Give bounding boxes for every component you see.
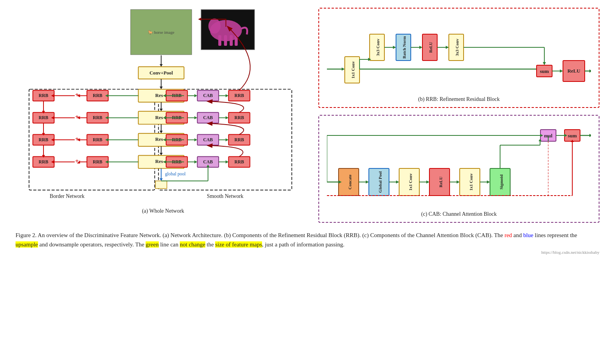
svg-text:CAB: CAB — [203, 115, 213, 120]
svg-text:Concate: Concate — [347, 175, 352, 190]
svg-marker-188 — [366, 180, 369, 184]
whole-network-caption: (a) Whole Network — [142, 208, 184, 214]
svg-rect-37 — [155, 181, 167, 189]
cab-svg: mul sum Concate — [327, 122, 591, 207]
svg-marker-168 — [543, 62, 546, 65]
svg-marker-55 — [226, 116, 229, 120]
svg-marker-71 — [194, 160, 197, 163]
rrb-diagram: 1x1 Conv 3x3 Conv Batch Norm — [318, 8, 599, 108]
svg-text:RRB: RRB — [39, 115, 49, 120]
rrb-caption: (b) RRB: Refinement Residual Block — [327, 96, 591, 102]
svg-marker-65 — [226, 138, 229, 141]
svg-text:RRB: RRB — [39, 93, 49, 98]
svg-marker-45 — [226, 94, 229, 97]
svg-text:CAB: CAB — [203, 137, 213, 142]
svg-text:Smooth Network: Smooth Network — [207, 193, 243, 199]
svg-marker-31 — [160, 153, 163, 156]
svg-text:+: + — [75, 135, 79, 143]
right-panel: 1x1 Conv 3x3 Conv Batch Norm — [318, 8, 599, 223]
svg-marker-145 — [342, 68, 345, 71]
svg-text:RRB: RRB — [93, 159, 102, 165]
svg-text:sum: sum — [568, 133, 577, 139]
svg-marker-27 — [160, 131, 163, 133]
svg-text:RRB: RRB — [235, 159, 244, 165]
svg-text:1x1 Conv: 1x1 Conv — [408, 173, 413, 191]
figure-desc: Figure 2. An overview of the Discriminat… — [16, 231, 599, 249]
svg-marker-61 — [194, 138, 197, 141]
svg-text:Sigmoid: Sigmoid — [499, 175, 504, 190]
svg-text:ReLU: ReLU — [428, 42, 433, 53]
svg-marker-163 — [446, 46, 449, 49]
whole-network-svg: 🐎 horse image Conv+Pool — [16, 8, 311, 206]
svg-marker-159 — [419, 46, 422, 49]
highlight-upsample: upsample — [16, 241, 38, 248]
svg-text:RRB: RRB — [235, 137, 244, 142]
svg-marker-11 — [160, 64, 163, 67]
svg-marker-204 — [487, 180, 490, 184]
svg-text:3x3 Conv: 3x3 Conv — [455, 38, 459, 56]
svg-rect-7 — [224, 35, 227, 46]
svg-text:RRB: RRB — [235, 115, 244, 120]
svg-text:Border Network: Border Network — [50, 193, 85, 199]
svg-marker-35 — [160, 178, 163, 181]
cab-caption: (c) CAB: Channel Attention Block — [327, 211, 591, 217]
svg-marker-176 — [589, 69, 591, 73]
svg-marker-89 — [198, 18, 201, 21]
svg-text:1x1 Conv: 1x1 Conv — [351, 61, 355, 78]
svg-text:Global Pool: Global Pool — [378, 171, 382, 192]
svg-marker-184 — [589, 134, 591, 137]
highlight-featuremaps: size of feature maps — [215, 241, 262, 248]
svg-text:Conv+Pool: Conv+Pool — [149, 70, 173, 76]
svg-text:+: + — [75, 157, 79, 165]
svg-marker-172 — [560, 69, 563, 73]
svg-marker-75 — [226, 160, 229, 163]
svg-text:sum: sum — [540, 68, 549, 74]
svg-text:CAB: CAB — [203, 159, 213, 165]
svg-marker-23 — [160, 109, 163, 111]
svg-rect-6 — [218, 35, 221, 46]
figure-desc-text: Figure 2. An overview of the Discriminat… — [16, 232, 577, 248]
svg-text:global pool: global pool — [165, 172, 186, 177]
svg-text:RRB: RRB — [93, 93, 102, 98]
svg-text:ReLU: ReLU — [438, 177, 443, 187]
svg-text:RRB: RRB — [235, 93, 244, 98]
text-red: red — [504, 232, 512, 238]
svg-text:1x1 Conv: 1x1 Conv — [469, 173, 473, 191]
cab-diagram: mul sum Concate — [318, 115, 599, 223]
svg-marker-200 — [457, 180, 460, 184]
svg-text:RRB: RRB — [39, 137, 49, 142]
url-watermark: https://blog.csdn.net/nickkissbaby — [16, 250, 599, 255]
svg-marker-196 — [426, 180, 429, 184]
svg-point-5 — [208, 18, 221, 33]
highlight-green: green — [146, 241, 158, 248]
svg-marker-51 — [194, 116, 197, 120]
svg-text:RRB: RRB — [39, 159, 49, 165]
svg-text:+: + — [75, 91, 79, 99]
svg-marker-15 — [160, 87, 163, 89]
svg-text:Batch Norm: Batch Norm — [402, 36, 407, 59]
svg-text:RRB: RRB — [93, 115, 102, 120]
svg-text:+: + — [75, 113, 79, 121]
svg-text:🐎 horse image: 🐎 horse image — [148, 30, 174, 35]
svg-text:3x3 Conv: 3x3 Conv — [375, 38, 380, 56]
svg-marker-41 — [194, 94, 197, 97]
diagrams-row: 🐎 horse image Conv+Pool — [16, 8, 599, 223]
svg-text:CAB: CAB — [203, 93, 213, 98]
highlight-notchange: not change — [180, 241, 205, 248]
main-container: 🐎 horse image Conv+Pool — [16, 8, 599, 255]
rrb-svg: 1x1 Conv 3x3 Conv Batch Norm — [327, 15, 591, 92]
svg-text:ReLU: ReLU — [567, 68, 580, 74]
left-panel: 🐎 horse image Conv+Pool — [16, 8, 311, 223]
svg-marker-155 — [393, 46, 396, 49]
svg-text:RRB: RRB — [93, 137, 102, 142]
text-blue: blue — [523, 232, 533, 238]
svg-rect-8 — [230, 35, 233, 46]
svg-marker-192 — [396, 180, 399, 184]
